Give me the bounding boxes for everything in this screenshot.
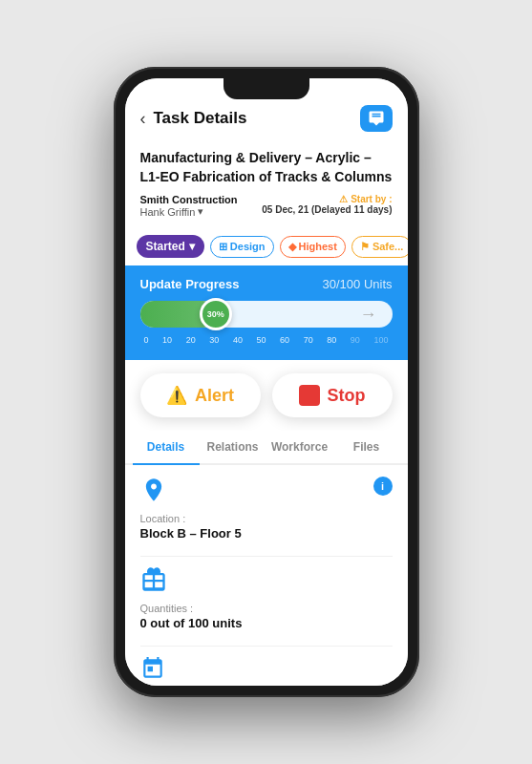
safety-label: Safe...	[372, 241, 403, 252]
tags-row: Started ▾ ⊞ Design ◆ Highest ⚑ Safe...	[125, 227, 408, 265]
start-by-label: ⚠ Start by :	[339, 194, 392, 204]
progress-bar[interactable]: 30% →	[140, 301, 393, 328]
start-by: ⚠ Start by : 05 Dec, 21 (Delayed 11 days…	[262, 194, 392, 215]
highest-label: Highest	[299, 241, 337, 252]
progress-arrow-icon: →	[360, 305, 377, 325]
task-info: Manufacturing & Delivery – Acrylic – L1-…	[125, 141, 408, 227]
tag-started[interactable]: Started ▾	[137, 235, 204, 258]
phone-frame: ‹ Task Details Manufacturing & Delivery …	[114, 67, 419, 697]
task-company: Smith Construction Hank Griffin ▾	[140, 194, 238, 218]
progress-scale: 0 10 20 30 40 50 60 70 80 90 100	[140, 335, 393, 345]
tab-workforce[interactable]: Workforce	[266, 431, 333, 463]
chat-icon[interactable]	[360, 105, 393, 132]
phone-screen: ‹ Task Details Manufacturing & Delivery …	[125, 78, 408, 686]
alert-label: Alert	[195, 386, 234, 406]
tab-relations[interactable]: Relations	[200, 431, 266, 463]
location-value: Block B – Floor 5	[140, 526, 393, 541]
location-icon	[140, 477, 393, 509]
task-title: Manufacturing & Delivery – Acrylic – L1-…	[140, 149, 393, 186]
tag-design[interactable]: ⊞ Design	[210, 236, 274, 258]
tag-highest[interactable]: ◆ Highest	[280, 236, 346, 258]
tabs-row: Details Relations Workforce Files	[125, 431, 408, 465]
highest-icon: ◆	[288, 241, 296, 253]
divider-2	[140, 646, 393, 647]
quantities-icon	[140, 566, 393, 599]
progress-section: Update Progress 30/100 Units 30% → 0 10 …	[125, 265, 408, 360]
back-button[interactable]: ‹	[140, 109, 146, 129]
page-title: Task Details	[154, 109, 360, 128]
stop-label: Stop	[328, 386, 366, 406]
progress-units: 30/100 Units	[322, 277, 392, 291]
alert-icon: ⚠️	[166, 385, 187, 406]
progress-thumb: 30%	[200, 298, 232, 330]
tag-safety[interactable]: ⚑ Safe...	[351, 236, 408, 258]
company-name: Smith Construction	[140, 194, 238, 205]
stop-button[interactable]: Stop	[272, 373, 393, 417]
progress-label: Update Progress	[140, 277, 240, 291]
location-item: i Location : Block B – Floor 5	[140, 477, 393, 541]
progress-header: Update Progress 30/100 Units	[140, 277, 393, 291]
action-buttons: ⚠️ Alert Stop	[125, 360, 408, 431]
location-label: Location :	[140, 513, 393, 524]
task-meta: Smith Construction Hank Griffin ▾ ⚠ Star…	[140, 194, 393, 218]
alert-button[interactable]: ⚠️ Alert	[140, 373, 261, 417]
stop-icon	[299, 385, 320, 406]
quantities-label: Quantities :	[140, 603, 393, 614]
quantities-item: Quantities : 0 out of 100 units	[140, 566, 393, 630]
tab-details[interactable]: Details	[133, 431, 200, 463]
planned-date-icon	[140, 656, 393, 686]
design-label: Design	[230, 241, 266, 252]
started-label: Started	[146, 240, 185, 253]
start-by-date: 05 Dec, 21 (Delayed 11 days)	[262, 204, 392, 215]
quantities-value: 0 out of 100 units	[140, 616, 393, 630]
assignee[interactable]: Hank Griffin ▾	[140, 205, 238, 218]
tab-files[interactable]: Files	[333, 431, 400, 463]
phone-notch	[223, 78, 309, 99]
location-info-icon[interactable]: i	[373, 477, 393, 496]
safety-icon: ⚑	[360, 241, 370, 253]
design-icon: ⊞	[219, 241, 227, 253]
planned-date-item: Planned Date : Make Ready : 30 July, 202…	[140, 656, 393, 686]
details-content: i Location : Block B – Floor 5 Quantitie…	[125, 465, 408, 686]
progress-fill: 30%	[140, 301, 216, 328]
started-chevron: ▾	[189, 240, 195, 253]
divider-1	[140, 556, 393, 557]
